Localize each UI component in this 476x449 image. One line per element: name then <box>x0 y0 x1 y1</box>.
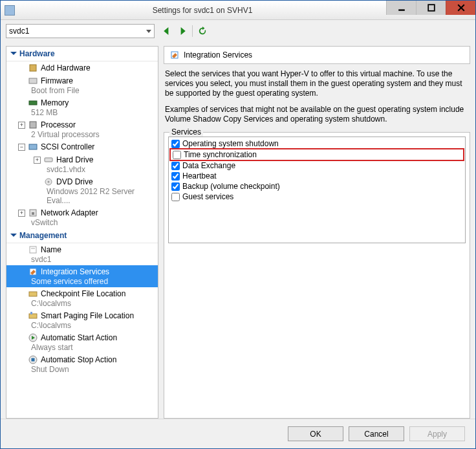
svg-rect-19 <box>29 292 37 296</box>
dialog-buttons: OK Cancel Apply <box>1 419 475 448</box>
maximize-button[interactable] <box>416 1 446 15</box>
firmware-icon <box>28 76 38 86</box>
service-row[interactable]: Operating system shutdown <box>170 138 464 149</box>
caret-down-icon <box>10 234 17 237</box>
nav-next-button[interactable] <box>177 25 188 37</box>
svg-rect-6 <box>30 65 36 71</box>
service-row[interactable]: Heartbeat <box>170 171 464 181</box>
service-row[interactable]: Data Exchange <box>170 160 464 171</box>
tree-dvd-drive[interactable]: DVD Drive Windows 2012 R2 Server Eval...… <box>6 175 158 206</box>
separator <box>192 25 193 37</box>
window-title: Settings for svdc1 on SVHV1 <box>19 6 386 15</box>
start-icon <box>28 333 38 343</box>
panel-title: Integration Services <box>184 50 252 60</box>
vm-selector-value: svdc1 <box>9 27 29 36</box>
service-label: Guest services <box>182 192 233 201</box>
svg-rect-11 <box>45 158 52 162</box>
service-label: Operating system shutdown <box>182 139 279 148</box>
hardware-section-header[interactable]: Hardware <box>6 47 158 61</box>
panel-header: Integration Services <box>164 46 470 64</box>
service-row[interactable]: Guest services <box>170 192 464 202</box>
dvd-icon <box>43 177 54 187</box>
caret-down-icon <box>10 52 17 55</box>
tree-firmware[interactable]: Firmware Boot from File <box>6 74 158 96</box>
svg-rect-16 <box>30 246 36 253</box>
services-fieldset: Services Operating system shutdownTime s… <box>164 132 470 419</box>
apply-button: Apply <box>409 426 465 441</box>
svg-rect-15 <box>32 212 34 215</box>
expand-icon[interactable]: + <box>18 122 25 129</box>
toolbar: svdc1 <box>1 20 475 42</box>
integration-icon <box>169 50 180 60</box>
services-legend: Services <box>169 127 203 137</box>
service-label: Heartbeat <box>182 171 217 181</box>
integration-icon <box>28 267 38 277</box>
panel-desc-2: Examples of services that might not be a… <box>164 104 470 129</box>
svg-rect-7 <box>29 78 37 83</box>
titlebar[interactable]: Settings for svdc1 on SVHV1 <box>1 1 475 20</box>
stop-icon <box>28 355 38 365</box>
chevron-down-icon <box>146 30 151 33</box>
tree-name[interactable]: Name svdc1 <box>6 243 158 265</box>
tree-scsi[interactable]: −SCSI Controller <box>6 140 158 153</box>
vm-selector[interactable]: svdc1 <box>6 24 155 38</box>
paging-icon <box>28 311 38 321</box>
add-hardware-icon <box>28 63 38 73</box>
name-icon <box>28 245 38 255</box>
expand-icon[interactable]: + <box>34 157 41 164</box>
service-row[interactable]: Time synchronization <box>171 149 462 160</box>
svg-rect-9 <box>30 122 36 128</box>
memory-icon <box>28 98 38 108</box>
svg-rect-1 <box>428 5 435 11</box>
svg-marker-5 <box>181 27 186 35</box>
service-checkbox[interactable] <box>171 140 180 148</box>
app-icon <box>5 5 15 16</box>
service-label: Data Exchange <box>182 161 235 170</box>
window-controls <box>386 1 475 19</box>
tree-memory[interactable]: Memory 512 MB <box>6 96 158 118</box>
tree-integration-services[interactable]: Integration Services Some services offer… <box>6 265 158 287</box>
svg-rect-21 <box>30 312 32 314</box>
svg-point-13 <box>48 181 50 183</box>
expand-icon[interactable]: + <box>18 210 25 217</box>
service-label: Backup (volume checkpoint) <box>182 182 280 191</box>
svg-marker-4 <box>164 27 168 35</box>
settings-window: Settings for svdc1 on SVHV1 svdc1 Hardwa… <box>0 0 476 449</box>
service-checkbox[interactable] <box>171 193 180 201</box>
svg-rect-25 <box>32 358 35 362</box>
minimize-button[interactable] <box>386 1 416 15</box>
tree-add-hardware[interactable]: Add Hardware <box>6 61 158 74</box>
service-checkbox[interactable] <box>171 182 180 191</box>
ok-button[interactable]: OK <box>288 426 343 441</box>
tree-auto-stop[interactable]: Automatic Stop Action Shut Down <box>6 353 158 375</box>
hard-drive-icon <box>43 155 54 165</box>
service-label: Time synchronization <box>184 150 257 159</box>
highlight-box: Time synchronization <box>169 148 464 161</box>
services-list: Operating system shutdownTime synchroniz… <box>168 137 466 243</box>
collapse-icon[interactable]: − <box>18 144 25 151</box>
tree-network-adapter[interactable]: +Network Adapter vSwitch <box>6 206 158 228</box>
svg-rect-10 <box>29 144 37 149</box>
service-row[interactable]: Backup (volume checkpoint) <box>170 181 464 192</box>
svg-rect-20 <box>29 314 37 318</box>
checkpoint-icon <box>28 289 38 299</box>
nav-prev-button[interactable] <box>161 25 173 37</box>
close-button[interactable] <box>446 1 475 15</box>
network-icon <box>28 208 38 218</box>
cancel-button[interactable]: Cancel <box>349 426 404 441</box>
svg-rect-8 <box>29 101 37 105</box>
nav-tree: Hardware Add Hardware Firmware Boot from… <box>6 46 158 419</box>
processor-icon <box>28 120 38 130</box>
tree-processor[interactable]: +Processor 2 Virtual processors <box>6 118 158 140</box>
refresh-button[interactable] <box>197 25 208 37</box>
service-checkbox[interactable] <box>171 172 180 181</box>
panel-desc-1: Select the services that you want Hyper-… <box>164 64 470 104</box>
tree-hard-drive[interactable]: +Hard Drive svdc1.vhdx <box>6 153 158 175</box>
service-checkbox[interactable] <box>173 151 181 159</box>
tree-paging-location[interactable]: Smart Paging File Location C:\localvms <box>6 309 158 331</box>
tree-checkpoint-location[interactable]: Checkpoint File Location C:\localvms <box>6 287 158 309</box>
service-checkbox[interactable] <box>171 162 180 170</box>
scsi-icon <box>28 142 38 152</box>
management-section-header[interactable]: Management <box>6 228 158 243</box>
tree-auto-start[interactable]: Automatic Start Action Always start <box>6 331 158 353</box>
